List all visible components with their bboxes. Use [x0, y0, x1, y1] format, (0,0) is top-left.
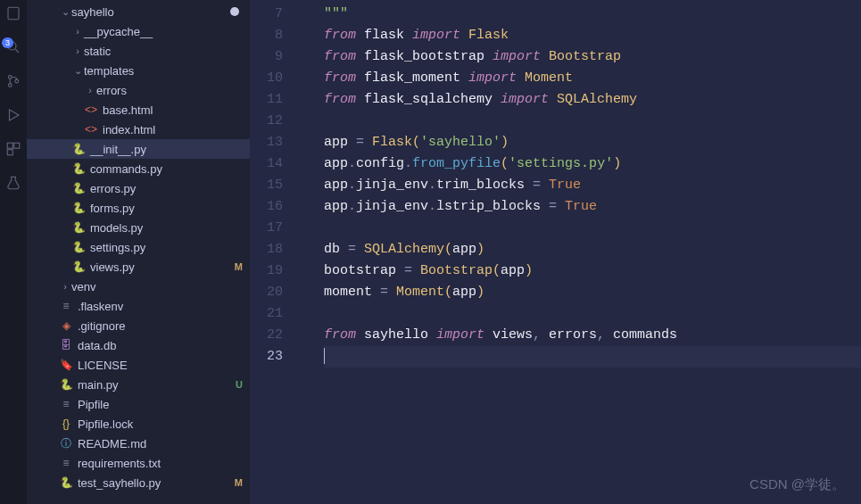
file-name-label: __init__.py	[90, 143, 243, 156]
extensions-icon[interactable]	[5, 141, 21, 157]
file-icon: ≡	[59, 398, 73, 410]
file-views-py[interactable]: 🐍views.pyM	[27, 257, 250, 277]
folder-templates[interactable]: ⌄templates	[27, 61, 250, 80]
file-models-py[interactable]: 🐍models.py	[27, 218, 250, 237]
file-pipfile-lock[interactable]: {}Pipfile.lock	[27, 414, 250, 434]
file-errors-py[interactable]: 🐍errors.py	[27, 178, 250, 198]
svg-rect-9	[7, 150, 12, 155]
file--flaskenv[interactable]: ≡.flaskenv	[27, 296, 250, 316]
file-icon: ≡	[59, 457, 73, 469]
file-requirements-txt[interactable]: ≡requirements.txt	[27, 453, 250, 473]
file-icon: <>	[84, 123, 98, 136]
file-data-db[interactable]: 🗄data.db	[27, 335, 250, 355]
file-icon: 🐍	[71, 241, 86, 253]
file-explorer[interactable]: ⌄sayhello›__pycache__›static⌄templates›e…	[27, 0, 250, 504]
file-name-label: models.py	[90, 221, 243, 235]
watermark: CSDN @学徒。	[749, 474, 845, 495]
file-name-label: sayhello	[71, 5, 230, 19]
file-name-label: settings.py	[90, 241, 243, 254]
code-line[interactable]	[324, 303, 861, 325]
file-forms-py[interactable]: 🐍forms.py	[27, 198, 250, 218]
line-number: 12	[250, 111, 283, 132]
chevron-right-icon: ›	[59, 281, 71, 292]
code-line[interactable]: app.jinja_env.trim_blocks = True	[324, 175, 861, 196]
git-status-badge: M	[235, 261, 243, 272]
file-commands-py[interactable]: 🐍commands.py	[27, 159, 250, 178]
file-name-label: base.html	[103, 103, 243, 117]
code-line[interactable]: app.jinja_env.lstrip_blocks = True	[324, 196, 861, 218]
chevron-down-icon: ⌄	[71, 65, 84, 77]
line-number: 11	[250, 89, 283, 111]
file-pipfile[interactable]: ≡Pipfile	[27, 394, 250, 414]
file-name-label: main.py	[78, 378, 232, 392]
file-name-label: README.md	[78, 437, 243, 450]
file-name-label: data.db	[78, 339, 243, 352]
code-editor[interactable]: 7891011121314151617181920212223 """from …	[250, 0, 861, 504]
file-base-html[interactable]: <>base.html	[27, 100, 250, 120]
file-icon: 🐍	[71, 143, 86, 155]
file-settings-py[interactable]: 🐍settings.py	[27, 237, 250, 257]
file-name-label: venv	[71, 280, 243, 293]
file-icon: ⓘ	[59, 436, 73, 451]
file-name-label: templates	[84, 64, 243, 78]
file-readme-md[interactable]: ⓘREADME.md	[27, 434, 250, 453]
file-name-label: static	[84, 45, 243, 58]
chevron-down-icon: ⌄	[59, 6, 71, 18]
file--init-py[interactable]: 🐍__init__.py	[27, 139, 250, 159]
code-line[interactable]: from flask import Flask	[324, 25, 861, 46]
file-icon: 🐍	[71, 221, 86, 234]
code-line[interactable]: db = SQLAlchemy(app)	[324, 239, 861, 260]
file-name-label: errors.py	[90, 182, 243, 195]
chevron-right-icon: ›	[71, 45, 84, 56]
line-number: 10	[250, 68, 283, 89]
git-status-badge: M	[235, 477, 243, 488]
code-area[interactable]: """from flask import Flaskfrom flask_boo…	[299, 0, 861, 504]
code-line[interactable]: app.config.from_pyfile('settings.py')	[324, 153, 861, 175]
file-icon: <>	[84, 103, 98, 116]
code-line[interactable]: """	[324, 4, 861, 25]
code-line[interactable]	[324, 218, 861, 239]
file-name-label: LICENSE	[78, 359, 243, 372]
file-test-sayhello-py[interactable]: 🐍test_sayhello.pyM	[27, 473, 250, 492]
code-line[interactable]: app = Flask('sayhello')	[324, 132, 861, 153]
file--gitignore[interactable]: ◈.gitignore	[27, 316, 250, 335]
folder-venv[interactable]: ›venv	[27, 277, 250, 296]
line-number: 8	[250, 25, 283, 46]
file-name-label: errors	[96, 84, 243, 97]
file-name-label: .gitignore	[78, 319, 243, 333]
code-line[interactable]: moment = Moment(app)	[324, 282, 861, 303]
folder-static[interactable]: ›static	[27, 41, 250, 61]
line-number: 13	[250, 132, 283, 153]
file-icon: ◈	[59, 319, 73, 332]
folder-errors[interactable]: ›errors	[27, 80, 250, 100]
line-number: 23	[250, 346, 283, 368]
file-icon: 🐍	[71, 182, 86, 194]
line-number: 22	[250, 325, 283, 346]
line-number: 19	[250, 260, 283, 282]
file-icon: 🐍	[59, 476, 73, 489]
code-line[interactable]	[324, 346, 861, 368]
file-license[interactable]: 🔖LICENSE	[27, 355, 250, 375]
svg-marker-6	[10, 110, 20, 120]
code-line[interactable]: bootstrap = Bootstrap(app)	[324, 260, 861, 282]
code-line[interactable]: from sayhello import views, errors, comm…	[324, 325, 861, 346]
file-icon: 🐍	[71, 162, 86, 175]
scm-icon[interactable]	[5, 73, 21, 89]
test-icon[interactable]	[5, 175, 21, 191]
line-number: 9	[250, 46, 283, 68]
folder--pycache-[interactable]: ›__pycache__	[27, 21, 250, 41]
file-name-label: index.html	[103, 123, 243, 136]
code-line[interactable]: from flask_bootstrap import Bootstrap	[324, 46, 861, 68]
debug-icon[interactable]	[5, 107, 21, 123]
code-line[interactable]: from flask_sqlalchemy import SQLAlchemy	[324, 89, 861, 111]
file-main-py[interactable]: 🐍main.pyU	[27, 375, 250, 394]
folder-sayhello[interactable]: ⌄sayhello	[27, 2, 250, 21]
code-line[interactable]	[324, 111, 861, 132]
svg-point-4	[8, 84, 12, 87]
svg-rect-7	[7, 143, 12, 148]
explorer-icon[interactable]	[5, 5, 21, 21]
file-icon: 🔖	[59, 359, 73, 371]
line-number: 15	[250, 175, 283, 196]
code-line[interactable]: from flask_moment import Moment	[324, 68, 861, 89]
file-index-html[interactable]: <>index.html	[27, 120, 250, 139]
